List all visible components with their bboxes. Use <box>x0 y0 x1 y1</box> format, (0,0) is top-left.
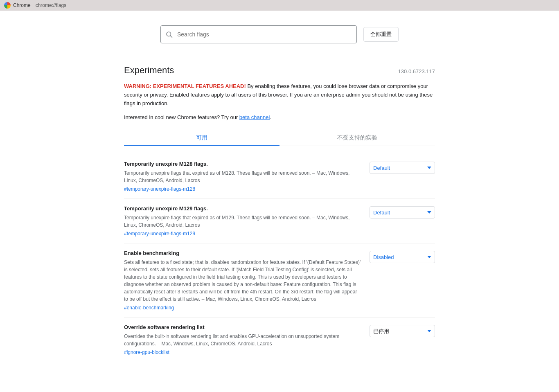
page-title: Experiments <box>124 65 174 76</box>
tab-available[interactable]: 可用 <box>124 130 280 146</box>
page-container: 全部重置 Experiments 130.0.6723.117 WARNING:… <box>0 11 559 392</box>
search-icon <box>165 31 173 38</box>
flag-desc-benchmarking: Sets all features to a fixed state; that… <box>124 259 361 303</box>
flag-control-m129: Default Enabled Disabled <box>370 205 435 219</box>
flag-item-m129: Temporarily unexpire M129 flags. Tempora… <box>124 199 435 243</box>
warning-text: WARNING: EXPERIMENTAL FEATURES AHEAD! By… <box>124 82 435 108</box>
flag-select-m129[interactable]: Default Enabled Disabled <box>370 206 435 219</box>
flag-content-m128: Temporarily unexpire M128 flags. Tempora… <box>124 161 361 192</box>
flag-control-gpu: Default Enabled Disabled 已停用 <box>370 324 435 337</box>
flag-desc-gpu: Overrides the built-in software renderin… <box>124 333 361 347</box>
flag-title-m129: Temporarily unexpire M129 flags. <box>124 205 361 212</box>
tab-title: Chrome <box>13 2 31 8</box>
version-number: 130.0.6723.117 <box>398 68 435 74</box>
reset-button[interactable]: 全部重置 <box>363 27 399 42</box>
flag-desc-m128: Temporarily unexpire flags that expired … <box>124 169 361 184</box>
title-bar: Chrome chrome://flags <box>0 0 559 11</box>
flag-control-m128: Default Enabled Disabled <box>370 161 435 174</box>
flag-title-m128: Temporarily unexpire M128 flags. <box>124 161 361 167</box>
beta-text-prefix: Interested in cool new Chrome features? … <box>124 114 239 120</box>
search-divider <box>0 55 559 55</box>
flags-list: Temporarily unexpire M128 flags. Tempora… <box>124 154 435 362</box>
tabs-container: 可用 不受支持的实验 <box>124 130 435 146</box>
flag-content-benchmarking: Enable benchmarking Sets all features to… <box>124 250 361 311</box>
search-area: 全部重置 <box>0 11 559 55</box>
flag-link-gpu[interactable]: #ignore-gpu-blocklist <box>124 349 169 355</box>
flag-content-gpu: Override software rendering list Overrid… <box>124 324 361 355</box>
experiments-container: Experiments 130.0.6723.117 WARNING: EXPE… <box>116 65 443 378</box>
flag-desc-m129: Temporarily unexpire flags that expired … <box>124 214 361 229</box>
flag-link-m129[interactable]: #temporary-unexpire-flags-m129 <box>124 231 195 237</box>
beta-text-suffix: . <box>270 114 271 120</box>
flag-title-benchmarking: Enable benchmarking <box>124 250 361 256</box>
flag-select-m128[interactable]: Default Enabled Disabled <box>370 162 435 174</box>
chrome-logo-icon <box>4 2 11 9</box>
flag-content-m129: Temporarily unexpire M129 flags. Tempora… <box>124 205 361 237</box>
beta-channel-text: Interested in cool new Chrome features? … <box>124 114 435 120</box>
flag-title-gpu: Override software rendering list <box>124 324 361 330</box>
flag-link-m128[interactable]: #temporary-unexpire-flags-m128 <box>124 186 195 192</box>
flag-select-benchmarking[interactable]: Default Enabled Disabled <box>370 251 435 263</box>
beta-channel-link[interactable]: beta channel <box>239 114 270 120</box>
flag-item-m128: Temporarily unexpire M128 flags. Tempora… <box>124 154 435 199</box>
flag-control-benchmarking: Default Enabled Disabled <box>370 250 435 263</box>
flag-select-gpu[interactable]: Default Enabled Disabled 已停用 <box>370 325 435 337</box>
flag-item-benchmarking: Enable benchmarking Sets all features to… <box>124 243 435 318</box>
warning-prefix: WARNING: EXPERIMENTAL FEATURES AHEAD! <box>124 83 246 89</box>
svg-line-1 <box>170 36 172 37</box>
experiments-header: Experiments 130.0.6723.117 <box>124 65 435 76</box>
tab-unsupported[interactable]: 不受支持的实验 <box>280 130 435 146</box>
url-bar: chrome://flags <box>36 2 66 8</box>
flag-item-gpu: Override software rendering list Overrid… <box>124 318 435 362</box>
search-input[interactable] <box>160 25 357 43</box>
search-wrapper <box>160 25 357 43</box>
flag-link-benchmarking[interactable]: #enable-benchmarking <box>124 305 174 311</box>
